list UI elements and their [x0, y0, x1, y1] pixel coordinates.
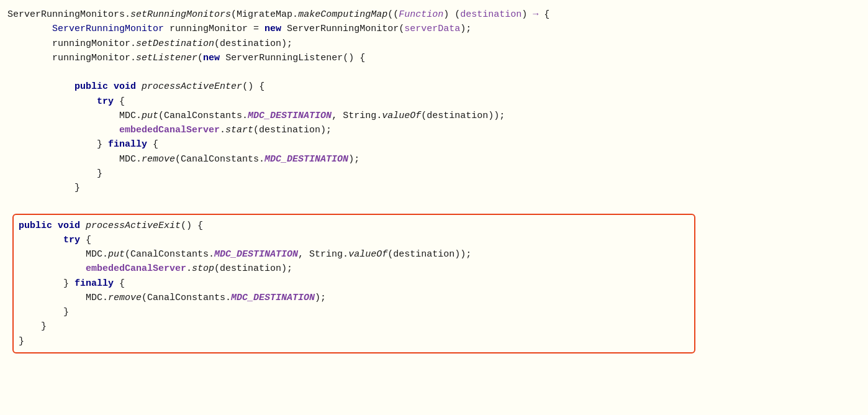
code-editor: ServerRunningMonitors.setRunningMonitors… — [0, 5, 868, 360]
code-line-19: } — [19, 305, 687, 319]
code-line-20: } — [19, 319, 687, 334]
code-line-2: ServerRunningMonitor runningMonitor = ne… — [7, 22, 868, 36]
code-line-3: runningMonitor.setDestination(destinatio… — [7, 37, 868, 51]
code-line-7: MDC.put(CanalConstants.MDC_DESTINATION, … — [7, 109, 868, 123]
code-line-9: } finally { — [7, 137, 868, 152]
code-line-11: } — [7, 166, 868, 181]
code-line-1: ServerRunningMonitors.setRunningMonitors… — [7, 7, 868, 22]
code-line-8: embededCanalServer.start(destination); — [7, 123, 868, 137]
code-line-6: try { — [7, 94, 868, 109]
code-line-4: runningMonitor.setListener(new ServerRun… — [7, 51, 868, 65]
code-line-21: } — [19, 334, 687, 349]
code-line-16: embededCanalServer.stop(destination); — [19, 262, 687, 276]
code-line-14: try { — [19, 233, 687, 247]
highlighted-code-block: public void processActiveExit() { try { … — [12, 214, 695, 353]
code-line-5: public void processActiveEnter() { — [7, 80, 868, 94]
code-line-17: } finally { — [19, 276, 687, 291]
code-line-blank1 — [7, 65, 868, 80]
code-line-blank2 — [7, 195, 868, 209]
code-line-13: public void processActiveExit() { — [19, 219, 687, 233]
code-line-18: MDC.remove(CanalConstants.MDC_DESTINATIO… — [19, 291, 687, 305]
code-line-12: } — [7, 181, 868, 195]
code-line-10: MDC.remove(CanalConstants.MDC_DESTINATIO… — [7, 152, 868, 166]
code-token: ServerRunningMonitors — [7, 9, 125, 20]
code-line-15: MDC.put(CanalConstants.MDC_DESTINATION, … — [19, 247, 687, 262]
